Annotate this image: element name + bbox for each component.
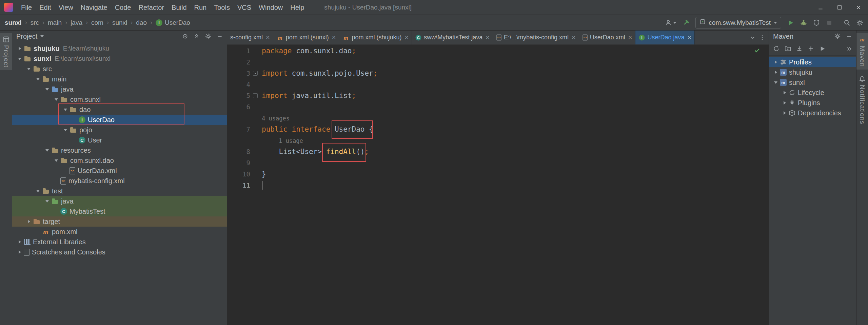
menu-navigate[interactable]: Navigate	[77, 0, 111, 15]
tree-item-target[interactable]: target	[12, 216, 227, 227]
tree-item-resources[interactable]: resources	[12, 145, 227, 155]
line-number[interactable]: 7	[227, 124, 258, 135]
chevron-right-icon[interactable]	[16, 43, 24, 54]
editor-tab-sww-mybatistest-java[interactable]: Csww\MybatisTest.java×	[412, 31, 493, 44]
chevron-down-icon[interactable]	[25, 64, 33, 74]
usages-hint[interactable]: 4 usages	[262, 113, 290, 124]
run-button[interactable]	[787, 19, 794, 26]
ide-settings-button[interactable]	[856, 19, 863, 26]
usages-hint[interactable]: 1 usage	[279, 135, 303, 147]
close-tab-icon[interactable]: ×	[687, 34, 691, 41]
tree-item-userdao-xml[interactable]: <>UserDao.xml	[12, 166, 227, 176]
tree-item-external-libraries[interactable]: External Libraries	[12, 237, 227, 247]
code-line[interactable]: 10}	[227, 169, 769, 180]
close-tab-icon[interactable]: ×	[572, 34, 576, 41]
tree-item-dao[interactable]: dao	[12, 104, 227, 115]
menu-tools[interactable]: Tools	[210, 0, 234, 15]
line-number[interactable]: 8	[227, 146, 258, 157]
tree-item-pojo[interactable]: pojo	[12, 125, 227, 135]
hidden-tabs-button[interactable]	[750, 35, 756, 41]
tree-item-java[interactable]: java	[12, 196, 227, 206]
tool-stripe-maven[interactable]: mMaven	[856, 33, 868, 70]
maven-item-sunxl[interactable]: msunxl	[769, 77, 856, 88]
add-maven-project-button[interactable]	[808, 45, 814, 52]
coverage-button[interactable]	[813, 19, 820, 26]
chevron-down-icon[interactable]	[61, 104, 70, 115]
close-button[interactable]	[849, 0, 868, 15]
menu-refactor[interactable]: Refactor	[135, 0, 168, 15]
chevron-right-icon[interactable]	[781, 88, 789, 98]
project-view-selector[interactable]: Project	[16, 33, 44, 40]
code-line[interactable]: 8 List<User> findAll();	[227, 146, 769, 157]
menu-help[interactable]: Help	[287, 0, 308, 15]
chevron-down-icon[interactable]	[34, 186, 42, 196]
select-opened-file-button[interactable]	[182, 33, 188, 39]
chevron-down-icon[interactable]	[772, 77, 780, 88]
tree-item-sunxl[interactable]: sunxlE:\learn\sunxl\sunxl	[12, 54, 227, 64]
tree-item-mybatis-config-xml[interactable]: <>mybatis-config.xml	[12, 176, 227, 186]
tree-item-user[interactable]: CUser	[12, 135, 227, 145]
chevron-down-icon[interactable]	[16, 54, 24, 64]
tool-window-options-button[interactable]	[205, 33, 211, 39]
menu-window[interactable]: Window	[255, 0, 287, 15]
menu-file[interactable]: File	[17, 0, 36, 15]
maven-item-plugins[interactable]: Plugins	[769, 98, 856, 108]
menu-code[interactable]: Code	[111, 0, 135, 15]
breadcrumb-dao[interactable]: dao	[136, 19, 147, 26]
editor-tab-s-config-xml[interactable]: s-config.xml×	[227, 31, 273, 44]
tab-options-button[interactable]	[759, 35, 765, 41]
code-line[interactable]: 3-import com.sunxl.pojo.User;	[227, 68, 769, 79]
code-line[interactable]: 1package com.sunxl.dao;	[227, 45, 769, 57]
line-number[interactable]: 10	[227, 169, 258, 180]
chevron-right-icon[interactable]	[16, 237, 24, 247]
tree-item-pom-xml[interactable]: mpom.xml	[12, 227, 227, 237]
tree-item-main[interactable]: main	[12, 74, 227, 84]
chevron-right-icon[interactable]	[16, 247, 24, 257]
code-line[interactable]: 6	[227, 101, 769, 113]
editor-tab-pom-xml-sunxl[interactable]: mpom.xml (sunxl)×	[273, 31, 339, 44]
code-line[interactable]: 5-import java.util.List;	[227, 90, 769, 101]
collapse-all-button[interactable]	[194, 33, 200, 39]
chevron-down-icon[interactable]	[52, 155, 60, 166]
line-number[interactable]	[227, 135, 258, 146]
search-everywhere-button[interactable]	[844, 19, 850, 26]
generate-sources-button[interactable]	[785, 45, 791, 52]
editor-tab-userdao-java[interactable]: IUserDao.java×	[635, 31, 695, 44]
breadcrumb-com[interactable]: com	[91, 19, 103, 26]
breadcrumb-main[interactable]: main	[48, 19, 62, 26]
chevron-down-icon[interactable]	[43, 84, 51, 94]
code-line[interactable]: 4	[227, 79, 769, 90]
vcs-widget[interactable]	[665, 19, 676, 26]
fold-marker-icon[interactable]: -	[253, 93, 258, 98]
tree-item-com-sunxl[interactable]: com.sunxl	[12, 94, 227, 104]
fold-marker-icon[interactable]: -	[253, 71, 258, 76]
editor-tab-userdao-xml[interactable]: <>UserDao.xml×	[579, 31, 636, 44]
tool-stripe-notifications[interactable]: Notifications	[856, 73, 868, 127]
download-sources-button[interactable]	[796, 45, 803, 52]
line-number[interactable]: 9	[227, 157, 258, 169]
code-line[interactable]: 9	[227, 157, 769, 169]
code-line[interactable]: 4 usages	[227, 113, 769, 124]
line-number[interactable]: 2	[227, 57, 258, 68]
breadcrumb-userdao[interactable]: IUserDao	[156, 19, 190, 26]
execute-goal-button[interactable]	[819, 45, 826, 52]
tree-item-mybatistest[interactable]: CMybatisTest	[12, 206, 227, 216]
close-tab-icon[interactable]: ×	[405, 34, 409, 41]
editor-tab-e-mybatis-config-xml[interactable]: <>E:\...\mybatis-config.xml×	[493, 31, 579, 44]
hide-maven-button[interactable]	[846, 33, 852, 39]
line-number[interactable]: 11	[227, 180, 258, 191]
chevron-right-icon[interactable]	[25, 216, 33, 227]
maven-item-profiles[interactable]: Profiles	[769, 57, 856, 67]
more-actions-button[interactable]	[846, 46, 852, 52]
menu-build[interactable]: Build	[168, 0, 190, 15]
breadcrumb-src[interactable]: src	[31, 19, 39, 26]
stop-button[interactable]	[826, 19, 833, 26]
maven-item-shujuku[interactable]: mshujuku	[769, 67, 856, 77]
minimize-button[interactable]	[811, 0, 830, 15]
menu-edit[interactable]: Edit	[36, 0, 55, 15]
code-line[interactable]: 7public interface UserDao {	[227, 124, 769, 135]
tree-item-test[interactable]: test	[12, 186, 227, 196]
tree-item-java[interactable]: java	[12, 84, 227, 94]
close-tab-icon[interactable]: ×	[332, 34, 336, 41]
maven-item-lifecycle[interactable]: Lifecycle	[769, 88, 856, 98]
